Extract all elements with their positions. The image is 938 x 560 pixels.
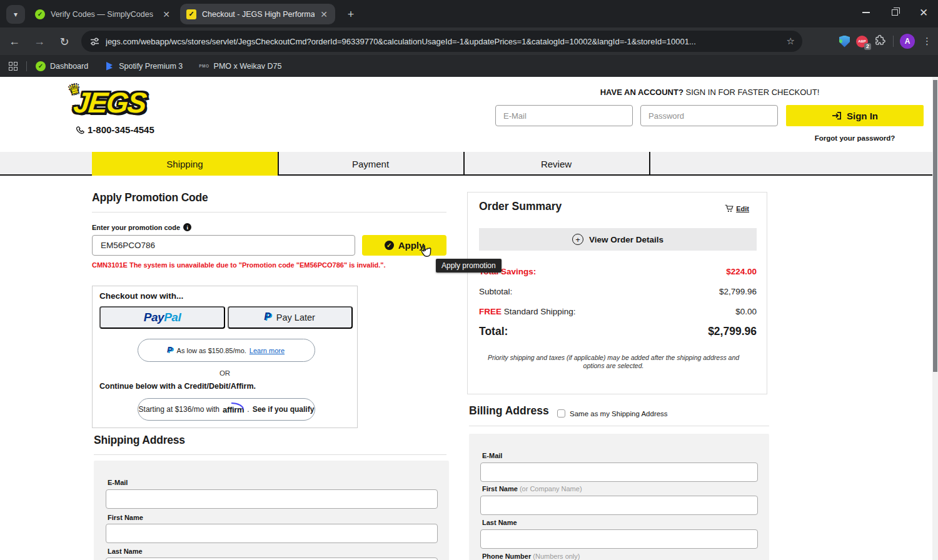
learn-more-link[interactable]: Learn more <box>250 347 285 354</box>
shipping-cost-row: FREE Standard Shipping: $0.00 <box>479 307 757 316</box>
affirm-logo: affirm <box>223 405 244 414</box>
same-as-shipping-label: Same as my Shipping Address <box>570 410 668 418</box>
summary-note: Priority shipping and taxes (if applicab… <box>485 354 742 370</box>
adblock-extension-icon[interactable]: ABP2 <box>856 36 868 48</box>
or-divider-text: OR <box>93 369 357 377</box>
savings-row: Total Savings: $224.00 <box>479 267 757 276</box>
account-prompt-bold: HAVE AN ACCOUNT? <box>600 88 683 97</box>
scrollbar-thumb[interactable] <box>933 80 937 372</box>
shield-status-dot <box>839 39 842 43</box>
billing-last-name-field[interactable] <box>480 529 758 549</box>
tab-title: Verify Codes — SimplyCodes <box>51 10 153 19</box>
promo-label-text: Enter your promotion code <box>92 224 180 231</box>
mouse-cursor <box>418 243 434 264</box>
shipping-first-name-field[interactable] <box>106 524 438 543</box>
paypal-credit-message[interactable]: P As low as $150.85/mo. Learn more <box>138 339 315 362</box>
tab-simplycodes[interactable]: ✓ Verify Codes — SimplyCodes ✕ <box>29 4 178 24</box>
site-settings-icon[interactable] <box>90 37 99 46</box>
promo-title: Apply Promotion Code <box>92 191 208 204</box>
field-label: E-Mail <box>108 479 128 486</box>
step-separator <box>278 152 279 176</box>
close-window-button[interactable]: ✕ <box>909 0 938 25</box>
dashboard-icon: ✓ <box>36 61 46 71</box>
shipping-email-field[interactable] <box>106 489 438 509</box>
back-button[interactable]: ← <box>4 31 25 52</box>
apps-grid-icon[interactable] <box>9 62 18 71</box>
view-details-label: View Order Details <box>589 235 663 244</box>
shipping-address-title: Shipping Address <box>94 434 185 447</box>
bookmark-spotify[interactable]: Spotify Premium 3 <box>104 61 183 71</box>
pmo-icon: PMO <box>199 64 209 68</box>
simplycodes-favicon-icon: ✓ <box>35 9 45 19</box>
bookmark-pmo[interactable]: PMO PMO x Weikav D75 <box>199 62 281 71</box>
same-as-shipping-option: Same as my Shipping Address <box>557 409 668 418</box>
bookmark-star-icon[interactable]: ☆ <box>787 36 795 47</box>
billing-email-field[interactable] <box>480 462 758 482</box>
toolbar-separator <box>893 36 894 47</box>
signin-email-field[interactable] <box>495 105 633 126</box>
step-review[interactable]: Review <box>463 152 649 176</box>
shield-extension-icon[interactable] <box>839 36 850 48</box>
promo-error-message: CMN3101E The system is unavailable due t… <box>92 261 386 269</box>
affirm-dot: . <box>247 405 249 414</box>
affirm-qualify-button[interactable]: Starting at $136/mo with affirm. See if … <box>138 398 315 421</box>
total-value: $2,799.96 <box>708 325 757 338</box>
phone-number[interactable]: 1-800-345-4545 <box>76 124 154 135</box>
edit-cart-link[interactable]: Edit <box>725 204 749 212</box>
checkout-progress: Shipping Payment Review <box>0 152 932 176</box>
express-title: Checkout now with... <box>99 291 183 301</box>
field-label: E-Mail <box>482 452 502 459</box>
restore-icon <box>892 9 898 16</box>
step-payment[interactable]: Payment <box>278 152 463 176</box>
url-text: jegs.com/webapp/wcs/stores/servlet/JegsC… <box>106 37 769 46</box>
account-prompt: HAVE AN ACCOUNT? SIGN IN FOR FASTER CHEC… <box>488 88 932 97</box>
shipping-last-name-field[interactable] <box>106 558 438 560</box>
jegs-logo[interactable]: JEGS <box>72 86 147 119</box>
browser-menu-icon[interactable]: ⋮ <box>922 36 932 47</box>
close-icon: ✕ <box>919 6 928 19</box>
sign-in-label: Sign In <box>847 111 878 121</box>
browser-toolbar: ← → ↻ jegs.com/webapp/wcs/stores/servlet… <box>0 28 938 55</box>
account-prompt-rest: SIGN IN FOR FASTER CHECKOUT! <box>683 88 819 97</box>
paypal-button[interactable]: PayPal <box>99 306 225 329</box>
forward-button[interactable]: → <box>29 31 50 52</box>
minimize-button[interactable] <box>852 0 880 25</box>
new-tab-button[interactable]: + <box>343 6 359 22</box>
chevron-down-icon: ▾ <box>14 10 18 19</box>
sign-in-icon <box>832 111 842 120</box>
close-icon[interactable]: ✕ <box>161 9 171 19</box>
step-separator <box>463 152 465 176</box>
shipping-address-form: E-Mail First Name Last Name <box>94 461 449 560</box>
paypal-pay-later-button[interactable]: P Pay Later <box>228 306 353 329</box>
signin-password-field[interactable] <box>640 105 778 126</box>
tab-jegs-checkout[interactable]: ✓ Checkout - JEGS High Performa ✕ <box>180 4 335 24</box>
plus-circle-icon: + <box>572 234 583 245</box>
reload-button[interactable]: ↻ <box>54 31 75 52</box>
forgot-password-link[interactable]: Forgot your password? <box>786 134 924 142</box>
tab-search-button[interactable]: ▾ <box>6 5 25 24</box>
same-as-shipping-checkbox[interactable] <box>557 409 565 418</box>
phone-icon <box>76 126 84 134</box>
phone-text: 1-800-345-4545 <box>88 124 154 135</box>
address-bar[interactable]: jegs.com/webapp/wcs/stores/servlet/JegsC… <box>81 31 802 52</box>
affirm-pre-text: Starting at $136/mo with <box>139 405 219 414</box>
promo-code-input[interactable] <box>92 235 355 256</box>
sign-in-button[interactable]: Sign In <box>786 105 924 126</box>
order-summary-title: Order Summary <box>479 200 562 213</box>
subtotal-row: Subtotal: $2,799.96 <box>479 287 757 296</box>
step-shipping[interactable]: Shipping <box>92 152 278 176</box>
pay-later-label: Pay Later <box>276 312 315 322</box>
restore-button[interactable] <box>880 0 909 25</box>
info-icon[interactable]: i <box>183 223 191 231</box>
bookmarks-separator <box>26 61 27 71</box>
extensions-puzzle-icon[interactable] <box>874 34 887 49</box>
window-controls: ✕ <box>852 0 938 25</box>
subtotal-label: Subtotal: <box>479 287 512 296</box>
page-content: ♛ JEGS 1-800-345-4545 HAVE AN ACCOUNT? S… <box>0 77 938 560</box>
apply-promotion-tooltip: Apply promotion <box>436 259 502 272</box>
close-icon[interactable]: ✕ <box>319 9 329 19</box>
profile-avatar[interactable]: A <box>900 34 915 49</box>
view-order-details-button[interactable]: + View Order Details <box>479 228 757 251</box>
bookmark-dashboard[interactable]: ✓ Dashboard <box>36 61 88 71</box>
billing-first-name-field[interactable] <box>480 496 758 515</box>
